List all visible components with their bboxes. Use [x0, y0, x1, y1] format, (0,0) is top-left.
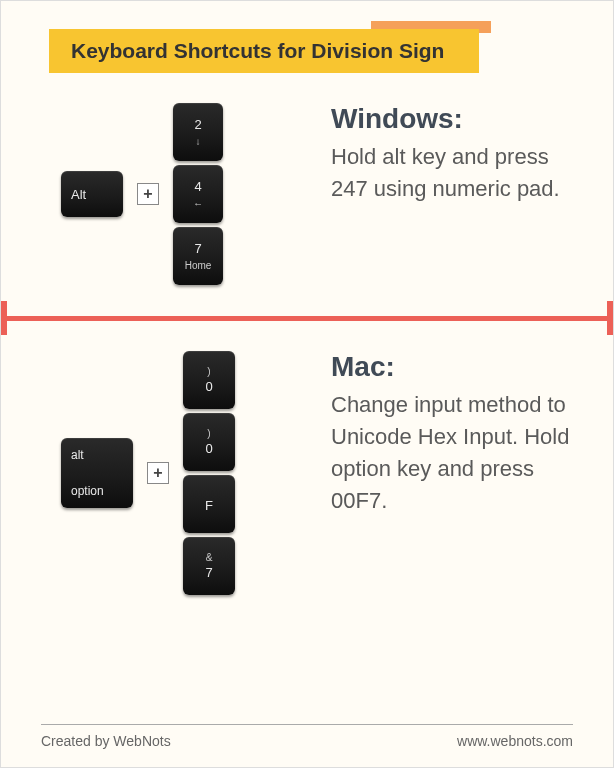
footer: Created by WebNots www.webnots.com	[41, 724, 573, 749]
section-divider	[1, 313, 613, 323]
windows-keys: Alt + 2 ↓ 4 ← 7 Home	[61, 103, 311, 285]
key-main: 2	[194, 117, 201, 132]
key-top: &	[206, 552, 213, 563]
key-7: 7 Home	[173, 227, 223, 285]
windows-description: Windows: Hold alt key and press 247 usin…	[331, 103, 573, 205]
mac-keys: alt option + ) 0 ) 0 F & 7	[61, 351, 311, 595]
key-4: 4 ←	[173, 165, 223, 223]
key-option: alt option	[61, 438, 133, 508]
mac-key-stack: ) 0 ) 0 F & 7	[183, 351, 235, 595]
key-bottom: F	[205, 498, 213, 513]
key-top: )	[207, 428, 210, 439]
key-7: & 7	[183, 537, 235, 595]
footer-credit: Created by WebNots	[41, 733, 171, 749]
divider-cap-right	[607, 301, 613, 335]
mac-body: Change input method to Unicode Hex Input…	[331, 389, 573, 517]
key-main: 4	[194, 179, 201, 194]
mac-description: Mac: Change input method to Unicode Hex …	[331, 351, 573, 517]
mac-heading: Mac:	[331, 351, 573, 383]
windows-heading: Windows:	[331, 103, 573, 135]
plus-icon: +	[147, 462, 169, 484]
footer-url: www.webnots.com	[457, 733, 573, 749]
plus-icon: +	[137, 183, 159, 205]
key-top: )	[207, 366, 210, 377]
key-0b: ) 0	[183, 413, 235, 471]
key-sub: ↓	[196, 136, 201, 147]
key-bottom: 0	[205, 441, 212, 456]
key-label-bottom: option	[71, 484, 104, 498]
divider-bar	[1, 316, 613, 321]
windows-section: Alt + 2 ↓ 4 ← 7 Home Windows: Hold alt k…	[1, 73, 613, 307]
windows-body: Hold alt key and press 247 using numeric…	[331, 141, 573, 205]
key-sub: ←	[193, 198, 203, 209]
title-container: Keyboard Shortcuts for Division Sign	[49, 29, 479, 73]
key-alt: Alt	[61, 171, 123, 217]
key-sub: Home	[185, 260, 212, 271]
mac-section: alt option + ) 0 ) 0 F & 7 Mac: Change i	[1, 329, 613, 617]
key-bottom: 7	[205, 565, 212, 580]
key-bottom: 0	[205, 379, 212, 394]
key-label: Alt	[71, 187, 86, 202]
key-main: 7	[194, 241, 201, 256]
key-0a: ) 0	[183, 351, 235, 409]
windows-key-stack: 2 ↓ 4 ← 7 Home	[173, 103, 223, 285]
key-f: F	[183, 475, 235, 533]
key-2: 2 ↓	[173, 103, 223, 161]
page-title: Keyboard Shortcuts for Division Sign	[49, 29, 479, 73]
key-label-top: alt	[71, 448, 84, 462]
